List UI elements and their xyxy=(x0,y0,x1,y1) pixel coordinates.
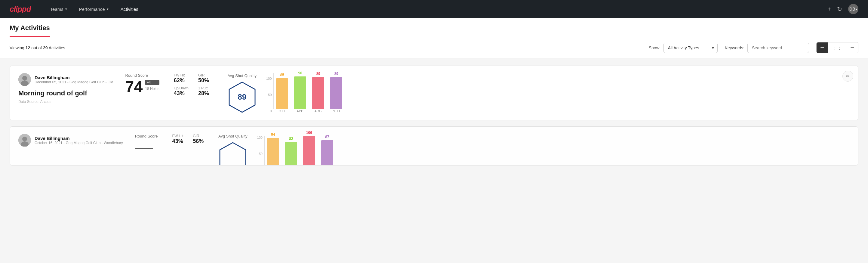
user-details: Dave Billingham December 05, 2021 - Gog … xyxy=(35,75,113,84)
bar-value-label: 89 xyxy=(335,71,338,76)
nav-activities[interactable]: Activities xyxy=(116,4,143,14)
one-putt-label: 1 Putt xyxy=(198,86,213,90)
updown-label: Up/Down xyxy=(174,86,189,90)
fw-hit-value: 62% xyxy=(174,77,189,84)
bar-app-fill xyxy=(294,77,306,109)
svg-point-1 xyxy=(22,76,27,81)
shot-quality-score: 89 xyxy=(238,92,246,102)
x-label-app: APP xyxy=(294,109,306,113)
bar-ott-fill xyxy=(267,138,279,166)
hexagon-wrapper xyxy=(218,142,248,166)
page-header: My Activities xyxy=(0,18,868,37)
additional-stats: FW Hit 43% GIR 56% xyxy=(172,134,204,144)
main-nav: clippd Teams ▾ Performance ▾ Activities … xyxy=(0,0,868,18)
hexagon xyxy=(219,142,246,166)
edit-button[interactable]: ✏ xyxy=(842,71,853,82)
hexagon-wrapper: 89 xyxy=(227,82,256,113)
view-grid-button[interactable]: ⋮⋮ xyxy=(829,42,846,53)
fw-hit-value: 43% xyxy=(172,138,183,144)
fw-hit-label: FW Hit xyxy=(172,134,183,138)
bar-arg-fill xyxy=(312,77,324,109)
gir-stat: GIR 56% xyxy=(193,134,204,144)
avatar xyxy=(18,73,31,86)
bar-putt: 89 xyxy=(330,71,342,109)
user-info: Dave Billingham October 16, 2021 - Gog M… xyxy=(18,134,123,147)
gir-value: 56% xyxy=(193,138,204,144)
bar-value-label: 85 xyxy=(280,73,284,77)
y-axis: 100 50 0 xyxy=(266,77,273,113)
bar-value-label: 87 xyxy=(325,135,329,139)
activities-list: ✏ Dave Billingham December 05, 2021 - Go… xyxy=(0,58,868,173)
nav-right: + ↻ DB ▾ xyxy=(828,4,858,14)
avatar xyxy=(18,134,31,147)
round-score-label: Round Score xyxy=(125,73,159,78)
fw-hit-stat: FW Hit 62% xyxy=(174,73,189,84)
bar-value-label: 82 xyxy=(289,137,293,141)
page-title: My Activities xyxy=(10,18,50,37)
chevron-down-icon: ▾ xyxy=(107,7,108,11)
round-score-value: 74 +4 18 Holes xyxy=(125,79,159,94)
x-label-arg: ARG xyxy=(312,109,324,113)
updown-stat: Up/Down 43% xyxy=(174,86,189,96)
score-placeholder xyxy=(135,148,153,149)
user-details: Dave Billingham October 16, 2021 - Gog M… xyxy=(35,136,123,145)
y-axis: 100 50 0 xyxy=(257,136,265,166)
card-left: Dave Billingham October 16, 2021 - Gog M… xyxy=(18,134,123,150)
hexagon: 89 xyxy=(228,82,256,113)
quality-section: Avg Shot Quality 89 100 50 xyxy=(227,73,346,113)
card-stats: Round Score 74 +4 18 Holes FW Hit 62% GI… xyxy=(125,73,346,113)
nav-teams[interactable]: Teams ▾ xyxy=(45,4,72,14)
view-list-detail-button[interactable]: ☰ xyxy=(847,42,858,53)
bar-putt-fill xyxy=(330,77,342,109)
quality-content: Avg Shot Quality 89 xyxy=(227,74,256,113)
add-icon[interactable]: + xyxy=(828,6,831,12)
fw-hit-label: FW Hit xyxy=(174,73,189,77)
user-info: Dave Billingham December 05, 2021 - Gog … xyxy=(18,73,113,86)
activity-type-select-wrapper: All Activity Types xyxy=(663,43,718,53)
quality-section: Avg Shot Quality 100 50 0 xyxy=(218,134,337,166)
one-putt-value: 28% xyxy=(198,90,213,96)
gir-label: GIR xyxy=(193,134,204,138)
bar-chart-container-2: 100 50 0 94 82 xyxy=(257,136,337,166)
logo[interactable]: clippd xyxy=(10,4,31,14)
bar-value-label: 89 xyxy=(316,71,320,76)
activity-card: ✏ Dave Billingham December 05, 2021 - Go… xyxy=(10,66,858,120)
chevron-down-icon: ▾ xyxy=(856,7,857,11)
chart-area-2: 94 82 106 8 xyxy=(265,136,337,166)
round-score-group: Round Score xyxy=(135,134,158,149)
bar-app: 90 xyxy=(294,71,306,109)
date-location: December 05, 2021 - Gog Magog Golf Club … xyxy=(35,80,113,84)
nav-performance[interactable]: Performance ▾ xyxy=(74,4,114,14)
activity-type-select[interactable]: All Activity Types xyxy=(663,43,718,53)
bar-putt-fill xyxy=(321,140,333,166)
updown-value: 43% xyxy=(174,90,189,96)
score-holes: 18 Holes xyxy=(145,87,159,91)
bar-ott-fill xyxy=(276,78,288,109)
fw-hit-stat: FW Hit 43% xyxy=(172,134,183,144)
viewing-count: Viewing 12 out of 29 Activities xyxy=(10,46,642,50)
keywords-label: Keywords: xyxy=(725,46,744,50)
search-input[interactable] xyxy=(747,43,809,53)
gir-stat: GIR 50% xyxy=(198,73,213,84)
user-name: Dave Billingham xyxy=(35,136,123,141)
avatar[interactable]: DB ▾ xyxy=(848,4,858,14)
keywords-filter: Keywords: xyxy=(725,43,809,53)
show-filter: Show: All Activity Types xyxy=(649,43,718,53)
activity-title: Morning round of golf xyxy=(18,89,113,97)
bar-value-label: 94 xyxy=(271,133,275,137)
quality-content: Avg Shot Quality xyxy=(218,134,248,166)
bar-app-fill xyxy=(285,142,297,166)
svg-marker-7 xyxy=(220,143,246,166)
view-list-compact-button[interactable]: ☰ xyxy=(816,42,828,53)
data-source: Data Source: Arccos xyxy=(18,99,113,104)
bar-arg-fill xyxy=(303,136,315,166)
additional-stats: FW Hit 62% GIR 50% Up/Down 43% 1 Putt 28… xyxy=(174,73,213,96)
x-label-ott: OTT xyxy=(276,109,288,113)
bar-chart-container: 100 50 0 85 90 xyxy=(266,73,346,113)
refresh-icon[interactable]: ↻ xyxy=(837,5,842,12)
score-diff-badge: +4 xyxy=(145,80,159,85)
bar-arg: 89 xyxy=(312,71,324,109)
bar-ott: 85 xyxy=(276,73,288,109)
quality-label: Avg Shot Quality xyxy=(218,134,248,139)
x-label-putt: PUTT xyxy=(330,109,342,113)
